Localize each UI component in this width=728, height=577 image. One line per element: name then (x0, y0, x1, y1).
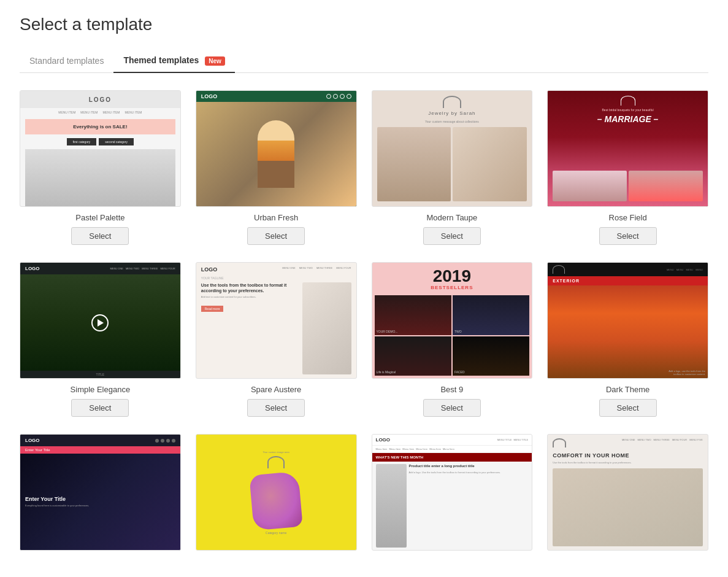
spare-top: LOGO MENU ONEMENU TWOMENU THREEMENU FOUR (201, 266, 351, 273)
home-subtext: Use the tools from the toolbox to format… (553, 461, 703, 465)
select-rose-field-button[interactable]: Select (599, 227, 657, 245)
re-img (376, 464, 407, 548)
template-best9-name: Best 9 (440, 385, 463, 394)
select-modern-taupe-button[interactable]: Select (423, 227, 481, 245)
select-pastel-palette-button[interactable]: Select (71, 227, 129, 245)
template-dark-theme: MENUMENUMENUMENU EXTERIOR Add a logo, us… (547, 262, 708, 417)
taupe-logo-icon (443, 96, 461, 108)
dh-subtitle: Everything found here is customizable to… (25, 504, 89, 508)
simple-bottom: TITLE (20, 371, 180, 378)
rose-img-1 (553, 171, 627, 201)
home-nav: MENU ONEMENU TWOMENU THREEMENU FOURMENU … (622, 438, 703, 441)
yellow-logo-icon (267, 456, 285, 468)
re-banner: WHAT'S NEW THIS MONTH (372, 453, 532, 462)
template-urban-preview[interactable]: LOGO (196, 90, 357, 207)
template-taupe-preview[interactable]: Jewelry by Sarah Your custom message abo… (372, 90, 533, 207)
tab-themed[interactable]: Themed templates New (113, 49, 234, 73)
spare-headline: Use the tools from the toolbox to format… (201, 282, 299, 293)
template-yellow-preview[interactable]: Your custom image area Category name (196, 434, 357, 551)
template-red-editorial: LOGO MENU TITLEMENU TITLE Menu ItemMenu … (372, 434, 533, 557)
taupe-img-2 (453, 127, 527, 201)
home-headline: COMFORT IN YOUR HOME (553, 452, 703, 459)
templates-row-3: LOGO Enter Your Title Enter Your Title E… (20, 434, 708, 557)
templates-row-1: LOGO MENU ITEMMENU ITEMMENU ITEMMENU ITE… (20, 90, 708, 245)
best9-grid: YOUR DEMO... TWO Life is Magical FACED (372, 295, 532, 378)
taupe-brand: Jewelry by Sarah (377, 110, 527, 116)
pastel-img (25, 149, 175, 206)
page-title: Select a template (20, 15, 708, 34)
urban-icon-4 (347, 94, 351, 99)
template-simple-elegance: LOGO MENU ONEMENU TWOMENU THREEMENU FOUR… (20, 262, 181, 417)
dh-icons (155, 439, 175, 443)
spare-logo: LOGO (201, 266, 218, 273)
urban-icons (326, 94, 351, 99)
spare-content: Use the tools from the toolbox to format… (201, 282, 351, 374)
pastel-header: LOGO (20, 91, 180, 108)
taupe-logo-row (377, 96, 527, 108)
dark-top: MENUMENUMENUMENU (548, 263, 708, 276)
spare-cta: Read more (201, 306, 224, 312)
play-button-icon (91, 314, 109, 331)
template-dark-preview[interactable]: MENUMENUMENUMENU EXTERIOR Add a logo, us… (547, 262, 708, 379)
template-red-preview[interactable]: LOGO MENU TITLEMENU TITLE Menu ItemMenu … (372, 434, 533, 551)
pastel-promo: Everything is on SALE! (25, 119, 175, 134)
template-spare-preview[interactable]: LOGO MENU ONEMENU TWOMENU THREEMENU FOUR… (196, 262, 357, 379)
template-best9-preview[interactable]: 2019 BESTSELLERS YOUR DEMO... TWO Life i… (372, 262, 533, 379)
re-text: Product title enter a long product title… (409, 464, 529, 548)
template-taupe-name: Modern Taupe (426, 213, 477, 222)
spare-body: Add text to customize content for your s… (201, 295, 299, 299)
select-simple-elegance-button[interactable]: Select (71, 399, 129, 417)
template-urban-fresh: LOGO Urban Fresh Select (196, 90, 357, 245)
template-home-preview[interactable]: MENU ONEMENU TWOMENU THREEMENU FOURMENU … (547, 434, 708, 551)
home-top: MENU ONEMENU TWOMENU THREEMENU FOURMENU … (553, 438, 703, 447)
select-dark-theme-button[interactable]: Select (599, 399, 657, 417)
rose-tagline: Best bridal bouquets for your beautiful (553, 108, 703, 112)
template-rose-field: Best bridal bouquets for your beautiful … (547, 90, 708, 245)
best9-header: 2019 BESTSELLERS (372, 263, 532, 295)
best9-cell-1: YOUR DEMO... (375, 295, 451, 335)
dark-text: Add a logo, use the tools from the toolb… (669, 370, 705, 376)
template-simple-preview[interactable]: LOGO MENU ONEMENU TWOMENU THREEMENU FOUR… (20, 262, 181, 379)
template-pastel-preview[interactable]: LOGO MENU ITEMMENU ITEMMENU ITEMMENU ITE… (20, 90, 181, 207)
spare-img (302, 282, 351, 374)
tab-standard[interactable]: Standard templates (20, 50, 113, 73)
home-logo-icon (553, 438, 566, 447)
best9-cell-3: Life is Magical (375, 336, 451, 376)
select-spare-austere-button[interactable]: Select (247, 399, 305, 417)
simple-logo: LOGO (25, 266, 40, 271)
dh-img: Enter Your Title Everything found here i… (20, 454, 180, 550)
dh-icon-3 (166, 439, 170, 443)
spare-tag: YOUR TAGLINE (201, 276, 351, 280)
template-rose-name: Rose Field (609, 213, 647, 222)
re-nav-row: Menu ItemMenu ItemMenu ItemMenu ItemMenu… (372, 446, 532, 453)
yellow-tagline: Your custom image area (263, 451, 289, 454)
rose-overlay: Best bridal bouquets for your beautiful … (548, 91, 708, 206)
select-best-9-button[interactable]: Select (423, 399, 481, 417)
templates-row-2: LOGO MENU ONEMENU TWOMENU THREEMENU FOUR… (20, 262, 708, 417)
taupe-img-grid (377, 127, 527, 201)
spare-text-block: Use the tools from the toolbox to format… (201, 282, 299, 374)
re-content: Product title enter a long product title… (372, 462, 532, 550)
rose-logo-icon (621, 96, 635, 106)
new-badge: New (205, 56, 225, 66)
dark-logo-icon (553, 265, 565, 274)
template-pastel-palette: LOGO MENU ITEMMENU ITEMMENU ITEMMENU ITE… (20, 90, 181, 245)
dh-icon-4 (172, 439, 175, 443)
dh-top: LOGO (20, 435, 180, 446)
urban-icon-3 (340, 94, 345, 99)
taupe-text: Your custom message about collections (377, 120, 527, 123)
tab-themed-label: Themed templates (123, 55, 199, 65)
taupe-img-1 (377, 127, 451, 201)
select-urban-fresh-button[interactable]: Select (247, 227, 305, 245)
template-best-9: 2019 BESTSELLERS YOUR DEMO... TWO Life i… (372, 262, 533, 417)
template-rose-preview[interactable]: Best bridal bouquets for your beautiful … (547, 90, 708, 207)
template-simple-name: Simple Elegance (71, 385, 131, 394)
dh-title: Enter Your Title (25, 496, 89, 502)
urban-main-img (196, 102, 356, 206)
rose-title: – MARRIAGE – (553, 114, 703, 124)
template-dark-hero: LOGO Enter Your Title Enter Your Title E… (20, 434, 181, 557)
rose-img-2 (629, 171, 703, 201)
template-dark-hero-preview[interactable]: LOGO Enter Your Title Enter Your Title E… (20, 434, 181, 551)
template-tabs: Standard templates Themed templates New (20, 49, 708, 73)
urban-figure (258, 120, 294, 188)
